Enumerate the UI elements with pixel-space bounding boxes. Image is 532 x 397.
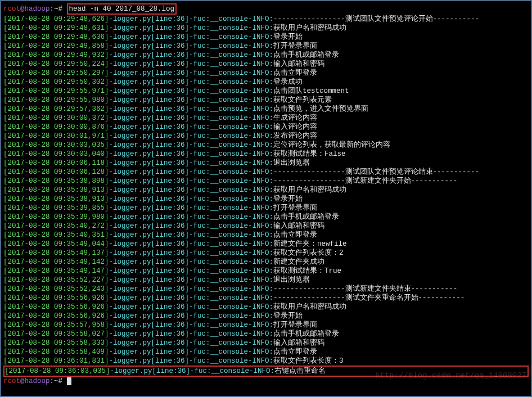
log-source: -logger.py[line:36]-fuc:__console-INFO:	[109, 132, 274, 140]
log-line: [2017-08-28 09:35:56,926]-logger.py[line…	[3, 294, 529, 303]
prompt-at: @	[20, 377, 25, 385]
log-timestamp: [2017-08-28 09:29:50,224]	[3, 60, 109, 68]
log-timestamp: [2017-08-28 09:29:55,980]	[3, 96, 109, 104]
prompt-user: root	[3, 377, 20, 385]
log-source: -logger.py[line:36]-fuc:__console-INFO:	[109, 258, 274, 266]
log-source: -logger.py[line:36]-fuc:__console-INFO:	[109, 204, 274, 212]
log-line: [2017-08-28 09:29:55,980]-logger.py[line…	[3, 96, 529, 105]
prompt-host: hadoop	[25, 5, 50, 13]
log-source: -logger.py[line:36]-fuc:__console-INFO:	[109, 105, 274, 113]
log-message: 定位评论列表，获取最新的评论内容	[273, 141, 390, 149]
log-line: [2017-08-28 09:35:58,333]-logger.py[line…	[3, 339, 529, 348]
log-source: -logger.py[line:36]-fuc:__console-INFO:	[109, 150, 274, 158]
log-timestamp: [2017-08-28 09:35:49,137]	[3, 249, 109, 257]
log-line: [2017-08-28 09:30:06,118]-logger.py[line…	[3, 159, 529, 168]
log-source: -logger.py[line:36]-fuc:__console-INFO:	[109, 177, 274, 185]
log-line: [2017-08-28 09:29:49,858]-logger.py[line…	[3, 42, 529, 51]
log-timestamp: [2017-08-28 09:35:38,898]	[3, 177, 109, 185]
log-timestamp: [2017-08-28 09:36:03,035]	[4, 367, 110, 375]
prompt-at: @	[20, 5, 25, 13]
log-timestamp: [2017-08-28 09:30:01,971]	[3, 132, 109, 140]
log-line: [2017-08-28 09:35:52,227]-logger.py[line…	[3, 276, 529, 285]
log-source: -logger.py[line:36]-fuc:__console-INFO:	[109, 69, 274, 77]
log-timestamp: [2017-08-28 09:35:58,027]	[3, 330, 109, 338]
log-line: [2017-08-28 09:29:48,636]-logger.py[line…	[3, 33, 529, 42]
log-message: 登录成功	[273, 78, 303, 86]
log-timestamp: [2017-08-28 09:35:57,958]	[3, 321, 109, 329]
log-timestamp: [2017-08-28 09:35:56,926]	[3, 303, 109, 311]
log-source: -logger.py[line:36]-fuc:__console-INFO:	[109, 60, 274, 68]
log-message: 右键点击重命名	[274, 367, 326, 375]
log-message: 获取测试结果：False	[273, 150, 346, 158]
log-message: 点击立即登录	[273, 231, 317, 239]
log-line: [2017-08-28 09:29:50,224]-logger.py[line…	[3, 60, 529, 69]
log-timestamp: [2017-08-28 09:35:49,147]	[3, 267, 109, 275]
log-line: [2017-08-28 09:35:56,926]-logger.py[line…	[3, 312, 529, 321]
log-source: -logger.py[line:36]-fuc:__console-INFO:	[110, 367, 275, 375]
log-message: 打开登录界面	[273, 42, 317, 50]
log-message: 输入邮箱和密码	[273, 339, 324, 347]
log-source: -logger.py[line:36]-fuc:__console-INFO:	[109, 294, 274, 302]
log-source: -logger.py[line:36]-fuc:__console-INFO:	[109, 87, 274, 95]
log-source: -logger.py[line:36]-fuc:__console-INFO:	[109, 231, 274, 239]
log-output: [2017-08-28 09:29:48,626]-logger.py[line…	[3, 15, 529, 366]
log-line: [2017-08-28 09:30:06,128]-logger.py[line…	[3, 168, 529, 177]
log-source: -logger.py[line:36]-fuc:__console-INFO:	[109, 330, 274, 338]
log-timestamp: [2017-08-28 09:29:50,302]	[3, 78, 109, 86]
command-text[interactable]: head -n 40 2017_08_28.log	[69, 5, 175, 13]
highlighted-log-line: [2017-08-28 09:36:03,035]-logger.py[line…	[3, 366, 529, 377]
log-source: -logger.py[line:36]-fuc:__console-INFO:	[109, 339, 274, 347]
log-message: 登录开始	[273, 33, 303, 41]
log-timestamp: [2017-08-28 09:35:40,272]	[3, 222, 109, 230]
log-line: [2017-08-28 09:35:49,137]-logger.py[line…	[3, 249, 529, 258]
log-source: -logger.py[line:36]-fuc:__console-INFO:	[109, 159, 274, 167]
log-timestamp: [2017-08-28 09:30:06,118]	[3, 159, 109, 167]
log-message: 生成评论内容	[273, 114, 317, 122]
terminal-output: root@hadoop:~# head -n 40 2017_08_28.log…	[3, 3, 529, 386]
log-line: [2017-08-28 09:35:56,926]-logger.py[line…	[3, 303, 529, 312]
log-message: 点击立即登录	[273, 348, 317, 356]
log-line: [2017-08-28 09:30:01,971]-logger.py[line…	[3, 132, 529, 141]
log-message: 获取用户名和密码成功	[273, 303, 346, 311]
command-prompt-line: root@hadoop:~# head -n 40 2017_08_28.log	[3, 3, 529, 15]
log-source: -logger.py[line:36]-fuc:__console-INFO:	[109, 141, 274, 149]
log-timestamp: [2017-08-28 09:29:48,626]	[3, 15, 109, 23]
log-source: -logger.py[line:36]-fuc:__console-INFO:	[109, 321, 274, 329]
log-source: -logger.py[line:36]-fuc:__console-INFO:	[109, 186, 274, 194]
log-line: [2017-08-28 09:35:38,913]-logger.py[line…	[3, 186, 529, 195]
command-prompt-line-end: root@hadoop:~#	[3, 377, 529, 386]
log-timestamp: [2017-08-28 09:35:56,926]	[3, 312, 109, 320]
log-message: -----------------测试新建文件夹开始-----------	[273, 177, 457, 185]
log-line: [2017-08-28 09:29:55,971]-logger.py[line…	[3, 87, 529, 96]
log-line: [2017-08-28 09:30:03,040]-logger.py[line…	[3, 150, 529, 159]
log-timestamp: [2017-08-28 09:29:57,362]	[3, 105, 109, 113]
log-source: -logger.py[line:36]-fuc:__console-INFO:	[109, 303, 274, 311]
log-source: -logger.py[line:36]-fuc:__console-INFO:	[109, 276, 274, 284]
log-message: 获取用户名和密码成功	[273, 186, 346, 194]
log-source: -logger.py[line:36]-fuc:__console-INFO:	[109, 33, 274, 41]
log-timestamp: [2017-08-28 09:35:56,926]	[3, 294, 109, 302]
log-message: 退出浏览器	[273, 159, 310, 167]
log-line: [2017-08-28 09:30:00,372]-logger.py[line…	[3, 114, 529, 123]
log-message: 点击预览，进入文件预览界面	[273, 105, 368, 113]
log-timestamp: [2017-08-28 09:35:49,142]	[3, 258, 109, 266]
log-line: [2017-08-28 09:35:58,027]-logger.py[line…	[3, 330, 529, 339]
log-message: 新建文件夹：newfile	[273, 240, 347, 248]
log-timestamp: [2017-08-28 09:29:48,636]	[3, 33, 109, 41]
log-line: [2017-08-28 09:29:50,297]-logger.py[line…	[3, 69, 529, 78]
log-line: [2017-08-28 09:35:39,980]-logger.py[line…	[3, 213, 529, 222]
log-line: [2017-08-28 09:29:48,626]-logger.py[line…	[3, 15, 529, 24]
log-source: -logger.py[line:36]-fuc:__console-INFO:	[109, 96, 274, 104]
log-line: [2017-08-28 09:35:38,913]-logger.py[line…	[3, 195, 529, 204]
log-source: -logger.py[line:36]-fuc:__console-INFO:	[109, 312, 274, 320]
log-timestamp: [2017-08-28 09:35:39,855]	[3, 204, 109, 212]
cursor[interactable]	[67, 377, 71, 385]
log-message: -----------------测试新建文件夹结束-----------	[273, 285, 457, 293]
log-line: [2017-08-28 09:29:57,362]-logger.py[line…	[3, 105, 529, 114]
log-source: -logger.py[line:36]-fuc:__console-INFO:	[109, 123, 274, 131]
log-line: [2017-08-28 09:35:52,243]-logger.py[line…	[3, 285, 529, 294]
log-line: [2017-08-28 09:35:40,272]-logger.py[line…	[3, 222, 529, 231]
log-message: 获取测试结果：True	[273, 267, 341, 275]
log-message: 获取用户名和密码成功	[273, 24, 346, 32]
log-message: 获取文件列表长度：2	[273, 249, 344, 257]
